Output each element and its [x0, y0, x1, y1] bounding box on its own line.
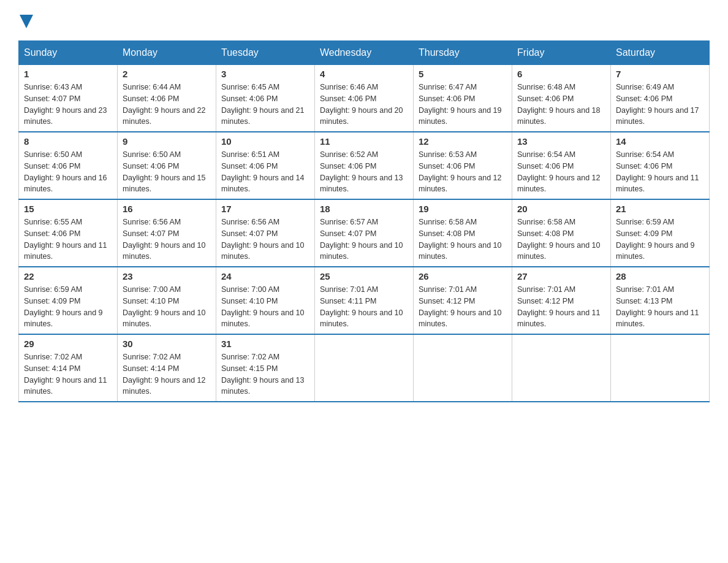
day-number: 9 [123, 136, 211, 147]
header-saturday: Saturday [611, 41, 710, 65]
calendar-cell: 15Sunrise: 6:55 AMSunset: 4:06 PMDayligh… [19, 199, 118, 267]
day-info: Sunrise: 6:43 AMSunset: 4:07 PMDaylight:… [24, 82, 112, 128]
day-info: Sunrise: 6:47 AMSunset: 4:06 PMDaylight:… [419, 82, 507, 128]
day-info: Sunrise: 6:52 AMSunset: 4:06 PMDaylight:… [320, 149, 408, 195]
day-number: 10 [221, 136, 309, 147]
calendar-cell: 17Sunrise: 6:56 AMSunset: 4:07 PMDayligh… [216, 199, 315, 267]
day-info: Sunrise: 6:57 AMSunset: 4:07 PMDaylight:… [320, 216, 408, 262]
calendar-week-row: 29Sunrise: 7:02 AMSunset: 4:14 PMDayligh… [19, 334, 710, 402]
calendar-cell: 19Sunrise: 6:58 AMSunset: 4:08 PMDayligh… [414, 199, 512, 267]
calendar-cell [315, 334, 414, 402]
calendar-cell: 30Sunrise: 7:02 AMSunset: 4:14 PMDayligh… [118, 334, 216, 402]
day-info: Sunrise: 7:02 AMSunset: 4:15 PMDaylight:… [221, 351, 309, 397]
day-info: Sunrise: 6:53 AMSunset: 4:06 PMDaylight:… [419, 149, 507, 195]
header-wednesday: Wednesday [315, 41, 414, 65]
day-info: Sunrise: 6:44 AMSunset: 4:06 PMDaylight:… [123, 82, 211, 128]
day-number: 12 [419, 136, 507, 147]
day-number: 21 [616, 204, 704, 214]
calendar-cell: 16Sunrise: 6:56 AMSunset: 4:07 PMDayligh… [118, 199, 216, 267]
calendar-cell: 31Sunrise: 7:02 AMSunset: 4:15 PMDayligh… [216, 334, 315, 402]
calendar-cell: 3Sunrise: 6:45 AMSunset: 4:06 PMDaylight… [216, 65, 315, 132]
calendar-cell: 24Sunrise: 7:00 AMSunset: 4:10 PMDayligh… [216, 267, 315, 334]
day-info: Sunrise: 7:01 AMSunset: 4:11 PMDaylight:… [320, 284, 408, 330]
calendar-cell: 6Sunrise: 6:48 AMSunset: 4:06 PMDaylight… [512, 65, 611, 132]
day-number: 22 [24, 271, 112, 282]
calendar-cell: 2Sunrise: 6:44 AMSunset: 4:06 PMDaylight… [118, 65, 216, 132]
calendar-cell: 13Sunrise: 6:54 AMSunset: 4:06 PMDayligh… [512, 132, 611, 199]
calendar-cell [414, 334, 512, 402]
calendar-cell: 4Sunrise: 6:46 AMSunset: 4:06 PMDaylight… [315, 65, 414, 132]
day-number: 19 [419, 204, 507, 214]
header-monday: Monday [118, 41, 216, 65]
calendar-cell: 5Sunrise: 6:47 AMSunset: 4:06 PMDaylight… [414, 65, 512, 132]
day-number: 16 [123, 204, 211, 214]
day-info: Sunrise: 6:46 AMSunset: 4:06 PMDaylight:… [320, 82, 408, 128]
day-number: 14 [616, 136, 704, 147]
calendar-cell: 21Sunrise: 6:59 AMSunset: 4:09 PMDayligh… [611, 199, 710, 267]
day-info: Sunrise: 6:58 AMSunset: 4:08 PMDaylight:… [419, 216, 507, 262]
calendar-cell: 27Sunrise: 7:01 AMSunset: 4:12 PMDayligh… [512, 267, 611, 334]
calendar-week-row: 8Sunrise: 6:50 AMSunset: 4:06 PMDaylight… [19, 132, 710, 199]
calendar-cell: 12Sunrise: 6:53 AMSunset: 4:06 PMDayligh… [414, 132, 512, 199]
day-info: Sunrise: 6:56 AMSunset: 4:07 PMDaylight:… [123, 216, 211, 262]
day-info: Sunrise: 6:58 AMSunset: 4:08 PMDaylight:… [517, 216, 605, 262]
day-number: 4 [320, 69, 408, 79]
day-number: 2 [123, 69, 211, 79]
day-info: Sunrise: 7:01 AMSunset: 4:13 PMDaylight:… [616, 284, 704, 330]
day-number: 23 [123, 271, 211, 282]
calendar-cell: 1Sunrise: 6:43 AMSunset: 4:07 PMDaylight… [19, 65, 118, 132]
day-info: Sunrise: 7:02 AMSunset: 4:14 PMDaylight:… [24, 351, 112, 397]
calendar-cell: 23Sunrise: 7:00 AMSunset: 4:10 PMDayligh… [118, 267, 216, 334]
header-tuesday: Tuesday [216, 41, 315, 65]
day-number: 11 [320, 136, 408, 147]
calendar-cell: 18Sunrise: 6:57 AMSunset: 4:07 PMDayligh… [315, 199, 414, 267]
day-number: 30 [123, 339, 211, 349]
svg-marker-0 [20, 15, 33, 28]
calendar-cell: 10Sunrise: 6:51 AMSunset: 4:06 PMDayligh… [216, 132, 315, 199]
calendar-cell: 29Sunrise: 7:02 AMSunset: 4:14 PMDayligh… [19, 334, 118, 402]
calendar-cell: 11Sunrise: 6:52 AMSunset: 4:06 PMDayligh… [315, 132, 414, 199]
calendar-table: SundayMondayTuesdayWednesdayThursdayFrid… [18, 40, 710, 402]
day-number: 25 [320, 271, 408, 282]
day-number: 17 [221, 204, 309, 214]
calendar-cell: 25Sunrise: 7:01 AMSunset: 4:11 PMDayligh… [315, 267, 414, 334]
day-info: Sunrise: 6:51 AMSunset: 4:06 PMDaylight:… [221, 149, 309, 195]
day-info: Sunrise: 6:45 AMSunset: 4:06 PMDaylight:… [221, 82, 309, 128]
logo-triangle-icon [20, 15, 33, 28]
day-number: 8 [24, 136, 112, 147]
calendar-cell: 20Sunrise: 6:58 AMSunset: 4:08 PMDayligh… [512, 199, 611, 267]
day-info: Sunrise: 6:54 AMSunset: 4:06 PMDaylight:… [616, 149, 704, 195]
logo [18, 12, 33, 28]
header-friday: Friday [512, 41, 611, 65]
day-info: Sunrise: 6:54 AMSunset: 4:06 PMDaylight:… [517, 149, 605, 195]
day-info: Sunrise: 7:00 AMSunset: 4:10 PMDaylight:… [123, 284, 211, 330]
calendar-cell: 28Sunrise: 7:01 AMSunset: 4:13 PMDayligh… [611, 267, 710, 334]
day-number: 3 [221, 69, 309, 79]
day-info: Sunrise: 6:49 AMSunset: 4:06 PMDaylight:… [616, 82, 704, 128]
day-info: Sunrise: 6:59 AMSunset: 4:09 PMDaylight:… [616, 216, 704, 262]
header-thursday: Thursday [414, 41, 512, 65]
header-sunday: Sunday [19, 41, 118, 65]
day-number: 27 [517, 271, 605, 282]
calendar-cell: 26Sunrise: 7:01 AMSunset: 4:12 PMDayligh… [414, 267, 512, 334]
calendar-cell: 14Sunrise: 6:54 AMSunset: 4:06 PMDayligh… [611, 132, 710, 199]
calendar-cell [611, 334, 710, 402]
day-info: Sunrise: 6:48 AMSunset: 4:06 PMDaylight:… [517, 82, 605, 128]
day-info: Sunrise: 6:55 AMSunset: 4:06 PMDaylight:… [24, 216, 112, 262]
day-number: 29 [24, 339, 112, 349]
calendar-cell: 7Sunrise: 6:49 AMSunset: 4:06 PMDaylight… [611, 65, 710, 132]
calendar-header-row: SundayMondayTuesdayWednesdayThursdayFrid… [19, 41, 710, 65]
calendar-cell [512, 334, 611, 402]
day-info: Sunrise: 7:01 AMSunset: 4:12 PMDaylight:… [517, 284, 605, 330]
day-info: Sunrise: 7:00 AMSunset: 4:10 PMDaylight:… [221, 284, 309, 330]
day-info: Sunrise: 6:59 AMSunset: 4:09 PMDaylight:… [24, 284, 112, 330]
page-header [18, 12, 710, 28]
day-info: Sunrise: 6:50 AMSunset: 4:06 PMDaylight:… [123, 149, 211, 195]
day-number: 26 [419, 271, 507, 282]
calendar-cell: 22Sunrise: 6:59 AMSunset: 4:09 PMDayligh… [19, 267, 118, 334]
day-number: 7 [616, 69, 704, 79]
day-info: Sunrise: 6:56 AMSunset: 4:07 PMDaylight:… [221, 216, 309, 262]
day-info: Sunrise: 7:01 AMSunset: 4:12 PMDaylight:… [419, 284, 507, 330]
calendar-week-row: 1Sunrise: 6:43 AMSunset: 4:07 PMDaylight… [19, 65, 710, 132]
day-info: Sunrise: 7:02 AMSunset: 4:14 PMDaylight:… [123, 351, 211, 397]
